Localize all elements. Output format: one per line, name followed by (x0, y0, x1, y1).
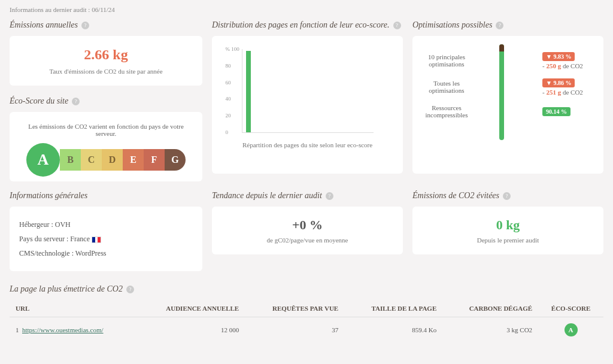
ecoscore-card: Les émissions de CO2 varient en fonction… (10, 112, 202, 181)
help-icon[interactable]: ? (72, 98, 80, 105)
th-carbon: CARBONE DÉGAGÉ (442, 300, 538, 317)
emissions-card: 2.66 kg Taux d'émissions de CO2 du site … (10, 36, 202, 86)
distribution-sub: Répartition des pages du site selon leur… (242, 141, 372, 148)
pages-table: URL AUDIENCE ANNUELLE REQUÊTES PAR VUE T… (10, 300, 603, 342)
avoided-card: 0 kg Depuis le premier audit (412, 207, 603, 254)
help-icon[interactable]: ? (126, 286, 134, 293)
opt-delta-1: - 250 g de CO2 (542, 62, 596, 69)
info-card: Hébergeur : OVH Pays du serveur : France… (10, 207, 202, 271)
grade-b: B (60, 149, 81, 171)
th-requests: REQUÊTES PAR VUE (245, 300, 344, 317)
flag-france-icon (92, 236, 101, 243)
trend-value: +0 % (221, 217, 393, 233)
emissions-sub: Taux d'émissions de CO2 du site par anné… (19, 68, 193, 75)
trend-sub: de gC02/page/vue en moyenne (221, 236, 393, 244)
trend-card: +0 % de gC02/page/vue en moyenne (212, 207, 403, 254)
cell-carbon: 3 kg CO2 (442, 317, 538, 343)
chart-ylabel: % 100 (226, 46, 239, 52)
cell-requests: 37 (245, 317, 344, 343)
page-url-link[interactable]: https://www.ouestmedias.com/ (22, 326, 104, 333)
avoided-value: 0 kg (422, 217, 594, 233)
optimisations-card: 10 principales optimisations ▼ 9.83 % - … (412, 36, 603, 174)
row-score-badge: A (565, 323, 578, 336)
emissions-value: 2.66 kg (19, 47, 193, 63)
opt-pct-1: ▼ 9.83 % (542, 52, 575, 61)
opt-delta-2: - 251 g de CO2 (542, 89, 596, 96)
th-size: TAILLE DE LA PAGE (344, 300, 442, 317)
th-url: URL (10, 300, 136, 317)
ecoscore-desc: Les émissions de CO2 varient en fonction… (19, 123, 193, 137)
grade-f: F (144, 149, 165, 171)
cell-audience: 12 000 (136, 317, 245, 343)
distribution-title: Distribution des pages en fonction de le… (212, 20, 403, 30)
optimisation-bar-top (499, 44, 504, 51)
ecoscore-grades: A B C D E F G (19, 149, 193, 171)
info-cms: CMS/technologie : WordPress (19, 246, 193, 260)
help-icon[interactable]: ? (496, 22, 503, 29)
grade-g: G (165, 149, 186, 171)
table-row: 1 https://www.ouestmedias.com/ 12 000 37… (10, 317, 603, 343)
chart-bar-a (246, 51, 251, 132)
optimisation-bar (499, 44, 504, 140)
audit-info: Informations au dernier audit : 06/11/24 (10, 6, 603, 13)
opt-pct-3: 90.14 % (542, 107, 570, 116)
avoided-sub: Depuis le premier audit (422, 236, 594, 244)
cell-size: 859.4 Ko (344, 317, 442, 343)
info-title: Informations générales (10, 191, 202, 201)
distribution-card: % 100 80 60 40 20 0 Répartition des page… (212, 36, 403, 174)
info-host: Hébergeur : OVH (19, 217, 193, 232)
grade-a: A (26, 143, 60, 177)
grade-c: C (81, 149, 102, 171)
trend-title: Tendance depuis le dernier audit ? (212, 191, 403, 201)
help-icon[interactable]: ? (393, 22, 401, 29)
help-icon[interactable]: ? (81, 22, 89, 29)
emissions-title: Émissions annuelles ? (10, 20, 202, 30)
ecoscore-title: Éco-Score du site ? (10, 96, 202, 106)
opt-label-3: Ressources incompressibles (420, 104, 474, 119)
th-score: ÉCO-SCORE (538, 300, 603, 317)
th-audience: AUDIENCE ANNUELLE (136, 300, 245, 317)
opt-pct-2: ▼ 9.86 % (542, 78, 575, 87)
table-title: La page la plus émettrice de CO2 ? (10, 284, 603, 294)
opt-label-1: 10 principales optimisations (420, 53, 474, 68)
help-icon[interactable]: ? (326, 192, 333, 200)
distribution-chart: % 100 80 60 40 20 0 (242, 49, 374, 133)
opt-label-2: Toutes les optimisations (420, 80, 474, 94)
grade-e: E (123, 149, 144, 171)
avoided-title: Émissions de CO2 évitées ? (412, 191, 603, 201)
grade-d: D (102, 149, 123, 171)
optimisations-title: Optimisations possibles ? (412, 20, 603, 30)
info-country: Pays du serveur : France (19, 232, 193, 246)
help-icon[interactable]: ? (503, 192, 511, 200)
